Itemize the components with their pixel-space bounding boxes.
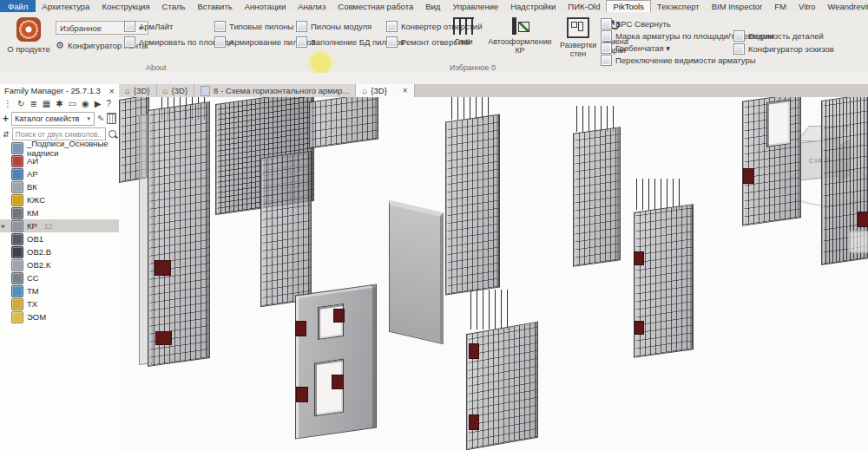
ribbon-button[interactable]: Пилоны модуля xyxy=(296,21,372,32)
navigation-wheel[interactable] xyxy=(848,231,868,253)
rebar-marker xyxy=(634,251,644,265)
view-tab-2[interactable]: 8 - Схема горизонтального армир... xyxy=(194,84,356,97)
model-viewport[interactable]: Сзади xyxy=(119,97,868,450)
list-item--подписи-основные-надписи[interactable]: _Подписи_Основные надписи xyxy=(0,141,119,154)
menu-tab-bim-inspector[interactable]: BIM Inspector xyxy=(706,0,769,12)
sort-icon[interactable]: ⇵ xyxy=(3,130,10,139)
rebar-dowels xyxy=(636,179,680,210)
menu-tab-пик-old[interactable]: ПИК-Old xyxy=(562,0,606,12)
ribbon-tool-row[interactable]: Переключение видимости арматуры xyxy=(601,55,756,66)
view-tab-label: {3D} xyxy=(371,86,387,95)
menu-tab-управление[interactable]: Управление xyxy=(446,0,504,12)
list-item-ов1[interactable]: ОВ1 xyxy=(0,232,119,245)
list-item-ов2-к[interactable]: ОВ2.К xyxy=(0,258,119,271)
piles-icon xyxy=(453,17,474,35)
tool-icon xyxy=(214,21,226,32)
ribbon-button[interactable]: АрмЛайт xyxy=(124,21,173,32)
list-item-сс[interactable]: СС xyxy=(0,271,119,284)
menu-tab-вставить[interactable]: Вставить xyxy=(191,0,238,12)
list-item-label: КР xyxy=(27,221,37,231)
list-item-label: ЭОМ xyxy=(27,312,46,322)
rebar-marker xyxy=(858,212,868,227)
menu-tab-piktools[interactable]: PikTools xyxy=(606,0,650,12)
dock-icon[interactable]: ▭ xyxy=(69,99,76,108)
menu-tab-конструкция[interactable]: Конструкция xyxy=(95,0,155,12)
edit-icon[interactable]: ✎ xyxy=(97,114,104,123)
reinforced-pylon[interactable] xyxy=(309,97,378,149)
reinforced-pylon[interactable] xyxy=(573,127,621,267)
menu-tab-файл[interactable]: Файл xyxy=(0,0,36,12)
list-item-вк[interactable]: ВК xyxy=(0,180,119,193)
list-item-км[interactable]: КМ xyxy=(0,206,119,219)
menu-tab-анализ[interactable]: Анализ xyxy=(292,0,332,12)
options-bar xyxy=(0,73,868,85)
list-item-ов2-в[interactable]: ОВ2.В xyxy=(0,245,119,258)
ribbon-button[interactable]: Типовые пилоны xyxy=(214,21,293,32)
sheet-icon xyxy=(201,86,210,96)
trash-icon[interactable] xyxy=(107,113,116,124)
reinforced-pylon[interactable] xyxy=(445,114,500,296)
list-item-тм[interactable]: ТМ xyxy=(0,284,119,297)
reinforced-pylon[interactable] xyxy=(148,101,210,367)
ribbon-tool-row[interactable]: Гребенчатая ▾ xyxy=(601,42,670,54)
add-family-button[interactable]: + xyxy=(3,113,9,125)
rebar-marker xyxy=(743,168,754,184)
menu-tab-сталь[interactable]: Сталь xyxy=(156,0,192,12)
list-item-label: КЖС xyxy=(27,195,45,205)
reinforced-pylon[interactable] xyxy=(634,204,694,358)
category-icon xyxy=(11,233,23,245)
expand-icon[interactable]: ▸ xyxy=(2,222,5,230)
reinforced-pylon[interactable] xyxy=(260,151,312,307)
view-tab-0[interactable]: ⌂{3D} xyxy=(119,84,157,97)
menu-tab-архитектура[interactable]: Архитектура xyxy=(36,0,95,12)
menu-tab-надстройки[interactable]: Надстройки xyxy=(504,0,562,12)
catalog-dropdown[interactable]: Каталог семейств ▼ xyxy=(11,112,95,126)
view-tab-1[interactable]: ⌂{3D} xyxy=(157,84,195,97)
tool-icon xyxy=(296,36,307,48)
settings-icon[interactable]: ✱ xyxy=(56,99,62,108)
tool-icon xyxy=(296,21,307,32)
menu-tab-vitro[interactable]: Vitro xyxy=(792,0,821,12)
ribbon-big-button[interactable]: Автооформление КР xyxy=(483,17,557,55)
menu-tab-аннотации[interactable]: Аннотации xyxy=(239,0,293,12)
list-item-тх[interactable]: ТХ xyxy=(0,297,119,310)
list-item-аи[interactable]: АИ xyxy=(0,154,119,167)
about-button[interactable]: О продукте xyxy=(2,17,56,54)
ribbon-tool-row[interactable]: Ведомость деталей xyxy=(733,30,824,42)
search-icon[interactable] xyxy=(108,130,116,138)
tree-view-icon[interactable]: ≣ xyxy=(30,99,36,108)
kebab-menu-icon[interactable]: ⋮ xyxy=(3,99,12,108)
tool-icon xyxy=(733,30,745,42)
family-manager-panel: Family Manager - 25.7.1.3 × ⋮↻≣▦✱▭◉▶? + … xyxy=(0,84,120,450)
reinforced-pylon[interactable] xyxy=(466,322,538,450)
list-item-ар[interactable]: АР xyxy=(0,167,119,180)
rebar-marker xyxy=(155,331,172,345)
ribbon-tool-row[interactable]: Конфигуратор эскизов xyxy=(733,43,834,55)
close-icon[interactable]: × xyxy=(403,86,408,95)
menu-tab-fm[interactable]: FM xyxy=(768,0,792,12)
home-3d-icon: ⌂ xyxy=(163,86,168,95)
share-icon[interactable]: ◉ xyxy=(82,99,89,108)
concrete-panel[interactable] xyxy=(389,200,444,345)
list-item-кр[interactable]: ▸КР12 xyxy=(0,219,119,232)
help-icon[interactable]: ? xyxy=(107,99,112,108)
thumbnail-view-icon[interactable]: ▦ xyxy=(43,99,50,108)
view-tab-label: {3D} xyxy=(134,86,150,95)
play-icon[interactable]: ▶ xyxy=(95,99,102,108)
ribbon-big-button[interactable]: Сваи xyxy=(448,17,479,46)
view-tab-3[interactable]: ⌂{3D}× xyxy=(356,84,414,98)
ribbon-tool-row[interactable]: ВРС Свернуть xyxy=(601,18,671,29)
list-item-кжс[interactable]: КЖС xyxy=(0,193,119,206)
sync-icon[interactable]: ↻ xyxy=(17,99,24,108)
menu-tab-совместная-работа[interactable]: Совместная работа xyxy=(332,0,419,12)
close-icon[interactable]: × xyxy=(109,86,115,96)
rebar-dowels xyxy=(470,290,510,329)
menu-tab-вид[interactable]: Вид xyxy=(419,0,446,12)
menu-tab-weandrevit[interactable]: Weandrevit xyxy=(821,0,868,12)
ribbon-big-button[interactable]: Развертки стен xyxy=(560,17,596,58)
search-input[interactable] xyxy=(12,127,106,140)
list-item-label: ОВ2.В xyxy=(27,247,51,257)
list-item-эом[interactable]: ЭОМ xyxy=(0,310,119,323)
home-3d-icon: ⌂ xyxy=(362,86,367,95)
menu-tab-техэксперт[interactable]: Техэксперт xyxy=(651,0,706,12)
